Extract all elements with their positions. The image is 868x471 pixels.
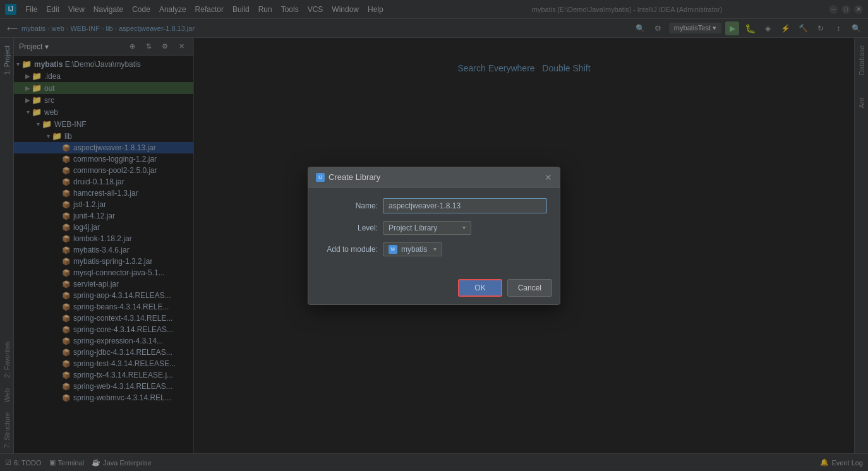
dialog-title-icon: IJ bbox=[316, 173, 325, 182]
dialog-name-row: Name: bbox=[321, 198, 547, 213]
level-dropdown-arrow: ▾ bbox=[462, 224, 466, 231]
dialog-module-label: Add to module: bbox=[321, 245, 378, 254]
dialog-close-button[interactable]: ✕ bbox=[545, 172, 552, 182]
dialog-level-dropdown[interactable]: Project Library ▾ bbox=[383, 221, 471, 235]
dialog-module-dropdown[interactable]: M mybatis ▾ bbox=[383, 242, 442, 256]
dialog-module-row: Add to module: M mybatis ▾ bbox=[321, 242, 547, 256]
ok-button[interactable]: OK bbox=[458, 279, 502, 297]
create-library-dialog: IJ Create Library ✕ Name: Level: Project… bbox=[308, 167, 560, 305]
dialog-buttons: OK Cancel bbox=[308, 274, 560, 304]
dialog-title-bar: IJ Create Library ✕ bbox=[308, 167, 560, 188]
module-dropdown-arrow: ▾ bbox=[433, 246, 437, 253]
dialog-level-row: Level: Project Library ▾ bbox=[321, 221, 547, 235]
dialog-level-label: Level: bbox=[321, 224, 378, 232]
dialog-title: IJ Create Library bbox=[316, 172, 380, 182]
cancel-button[interactable]: Cancel bbox=[507, 279, 552, 297]
dialog-name-label: Name: bbox=[321, 201, 378, 210]
dialog-overlay: IJ Create Library ✕ Name: Level: Project… bbox=[0, 0, 868, 471]
module-icon: M bbox=[389, 245, 397, 254]
dialog-body: Name: Level: Project Library ▾ Add to mo… bbox=[308, 188, 560, 274]
dialog-name-input[interactable] bbox=[383, 198, 547, 213]
